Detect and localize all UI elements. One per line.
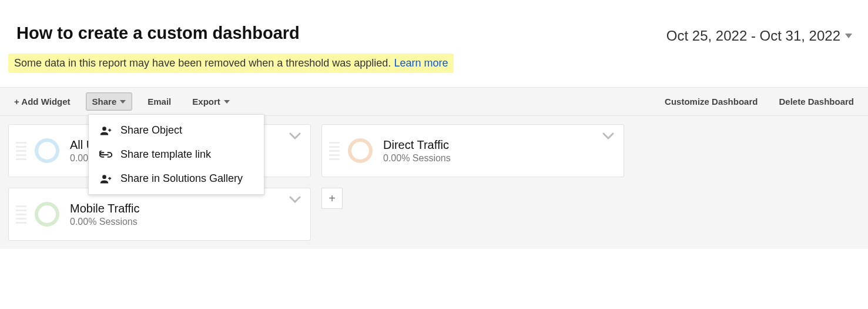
chevron-down-icon	[120, 100, 126, 104]
segment-circle-icon	[35, 138, 59, 163]
share-button-label: Share	[92, 97, 117, 107]
export-button[interactable]: Export	[186, 93, 236, 110]
svg-point-0	[102, 127, 106, 131]
link-icon	[99, 151, 112, 159]
widget-subtitle: 0.00% Sessions	[70, 217, 140, 227]
person-plus-icon	[99, 173, 112, 185]
segment-circle-icon	[35, 202, 59, 227]
email-button[interactable]: Email	[142, 93, 177, 110]
share-menu: Share Object Share template link Share i…	[88, 114, 264, 195]
svg-point-1	[102, 175, 106, 179]
add-widget-button[interactable]: + Add Widget	[8, 93, 76, 110]
widget-menu-button[interactable]	[289, 195, 301, 204]
share-menu-item-label: Share in Solutions Gallery	[120, 172, 243, 185]
share-menu-item-label: Share Object	[120, 124, 182, 137]
widget-direct-traffic[interactable]: Direct Traffic 0.00% Sessions	[321, 124, 624, 177]
share-button[interactable]: Share	[86, 92, 133, 111]
threshold-warning-text: Some data in this report may have been r…	[14, 57, 394, 69]
widget-menu-button[interactable]	[289, 132, 301, 140]
widget-title: Mobile Traffic	[70, 202, 140, 215]
drag-handle-icon[interactable]	[16, 200, 26, 229]
share-solutions-gallery-item[interactable]: Share in Solutions Gallery	[89, 167, 264, 191]
dashboard-toolbar: + Add Widget Share Email Export Customiz…	[0, 87, 868, 116]
segment-circle-icon	[348, 138, 373, 163]
learn-more-link[interactable]: Learn more	[394, 57, 448, 69]
share-template-link-item[interactable]: Share template link	[89, 142, 264, 167]
chevron-down-icon	[224, 100, 230, 104]
drag-handle-icon[interactable]	[16, 136, 26, 165]
share-menu-item-label: Share template link	[120, 148, 211, 161]
page-title: How to create a custom dashboard	[16, 24, 454, 43]
drag-handle-icon[interactable]	[329, 136, 340, 165]
chevron-down-icon	[845, 34, 852, 38]
export-button-label: Export	[192, 97, 220, 107]
share-object-item[interactable]: Share Object	[89, 118, 264, 142]
widget-menu-button[interactable]	[602, 132, 614, 140]
date-range-label: Oct 25, 2022 - Oct 31, 2022	[666, 28, 840, 44]
delete-dashboard-button[interactable]: Delete Dashboard	[773, 93, 860, 110]
widget-subtitle: 0.00% Sessions	[383, 153, 451, 164]
widget-title: Direct Traffic	[383, 138, 451, 152]
person-plus-icon	[99, 125, 112, 137]
threshold-warning-banner: Some data in this report may have been r…	[8, 54, 454, 73]
add-widget-tile[interactable]: +	[321, 188, 343, 209]
widget-mobile-traffic[interactable]: Mobile Traffic 0.00% Sessions	[8, 188, 311, 241]
date-range-picker[interactable]: Oct 25, 2022 - Oct 31, 2022	[659, 24, 860, 48]
customize-dashboard-button[interactable]: Customize Dashboard	[659, 93, 763, 110]
